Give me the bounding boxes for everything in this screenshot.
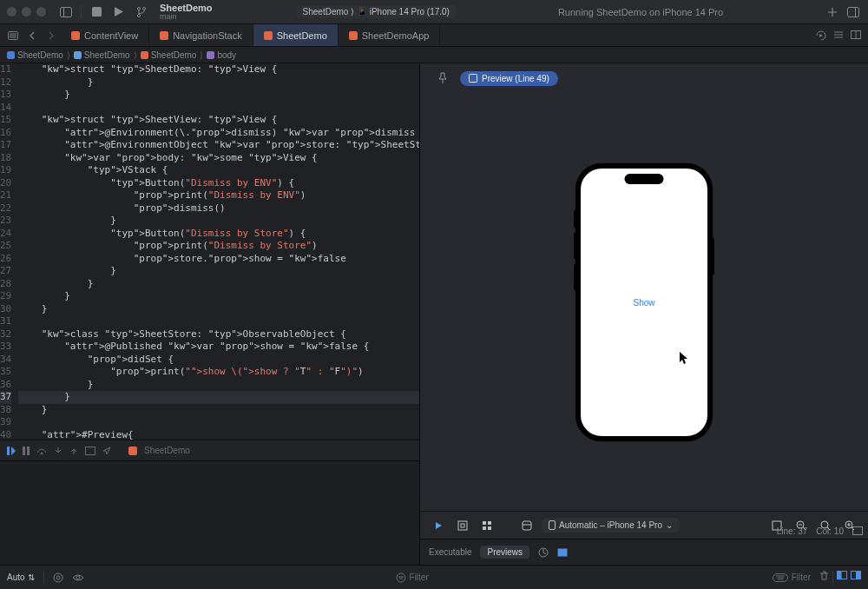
breadcrumb-symbol[interactable]: body: [207, 50, 236, 60]
preview-debug-bar: Executable Previews: [420, 539, 868, 565]
svg-rect-19: [27, 447, 30, 455]
adjust-editor-icon[interactable]: [833, 30, 844, 41]
code-text[interactable]: "kw">struct "typ">SheetDemo: "typ">View …: [16, 63, 419, 440]
tab-sheetdemoapp[interactable]: SheetDemoApp: [339, 24, 441, 46]
project-icon: [7, 51, 15, 59]
preview-console-icon[interactable]: [557, 548, 568, 557]
svg-point-3: [138, 7, 141, 10]
editor-running-icon[interactable]: [816, 30, 826, 41]
variants-icon[interactable]: [477, 516, 496, 535]
cursor-line: Line: 37: [777, 526, 808, 536]
svg-rect-6: [848, 7, 859, 17]
swift-file-icon: [71, 31, 80, 40]
code-area[interactable]: 1112131415161718192021222324252627282930…: [0, 63, 419, 440]
previews-tab[interactable]: Previews: [480, 546, 529, 559]
show-button[interactable]: Show: [633, 297, 654, 307]
scheme-selector[interactable]: SheetDemo main: [160, 3, 213, 21]
show-console-icon[interactable]: [851, 571, 861, 585]
svg-rect-2: [92, 7, 102, 17]
forward-icon[interactable]: [42, 26, 61, 45]
preview-provider-chip[interactable]: Preview (Line 49): [460, 71, 558, 86]
scheme-branch: main: [160, 13, 213, 21]
scheme-name: SheetDemo: [160, 3, 213, 13]
line-number-gutter[interactable]: 1112131415161718192021222324252627282930…: [0, 63, 16, 440]
swift-file-icon: [264, 31, 273, 40]
pin-preview-icon[interactable]: [432, 68, 453, 89]
svg-rect-58: [856, 571, 861, 579]
svg-rect-25: [461, 524, 464, 527]
svg-rect-0: [61, 7, 72, 17]
recent-files-icon[interactable]: [3, 26, 23, 45]
executable-tab[interactable]: Executable: [429, 547, 471, 557]
activity-status: Running SheetDemo on iPhone 14 Pro: [464, 7, 818, 17]
breadcrumb-folder[interactable]: SheetDemo: [74, 50, 130, 60]
debug-step-out-icon[interactable]: [69, 447, 78, 455]
swift-file-icon: [349, 31, 358, 40]
minimap-icon[interactable]: [852, 526, 863, 535]
auto-menu[interactable]: Auto ⇅: [7, 572, 35, 582]
svg-rect-27: [488, 521, 491, 525]
swift-file-icon: [160, 31, 168, 40]
tab-sheetdemo[interactable]: SheetDemo: [253, 24, 339, 46]
debug-step-over-icon[interactable]: [36, 447, 47, 455]
svg-rect-26: [483, 521, 486, 525]
console-area[interactable]: [0, 460, 419, 565]
back-icon[interactable]: [23, 26, 42, 45]
tab-navigationstack[interactable]: NavigationStack: [149, 24, 253, 46]
debug-target-label[interactable]: SheetDemo: [144, 446, 190, 455]
trash-icon[interactable]: [819, 571, 829, 585]
chevron-down-icon: ⌄: [666, 520, 673, 530]
add-icon[interactable]: [825, 4, 840, 20]
svg-point-47: [76, 576, 80, 579]
library-icon[interactable]: [845, 4, 861, 20]
add-editor-icon[interactable]: [851, 30, 861, 41]
preview-canvas-pane: Preview (Line 49) Show Automatic – iPhon…: [420, 63, 868, 565]
eye-icon[interactable]: [72, 573, 84, 582]
tab-contentview[interactable]: ContentView: [61, 24, 149, 46]
chevron-updown-icon: ⇅: [28, 572, 35, 582]
svg-rect-32: [549, 521, 556, 530]
folder-icon: [74, 51, 82, 59]
debug-step-in-icon[interactable]: [54, 447, 62, 455]
tab-label: SheetDemoApp: [362, 30, 430, 41]
device-settings-icon[interactable]: [517, 516, 536, 535]
selectable-preview-icon[interactable]: [453, 516, 472, 535]
filter-icon: [396, 572, 406, 583]
mouse-cursor-icon: [680, 352, 689, 365]
preview-metrics-icon[interactable]: [538, 547, 549, 558]
sidebar-toggle-icon[interactable]: [58, 4, 74, 20]
titlebar: SheetDemo main SheetDemo ⟩ 📱 iPhone 14 P…: [0, 0, 868, 24]
show-variables-icon[interactable]: [837, 571, 847, 585]
debug-pause-icon[interactable]: [23, 447, 30, 455]
source-editor: 1112131415161718192021222324252627282930…: [0, 63, 420, 565]
breadcrumb-project[interactable]: SheetDemo: [7, 50, 63, 60]
variables-filter[interactable]: Filter: [396, 572, 429, 583]
preview-canvas[interactable]: Show: [420, 93, 868, 511]
debug-view-icon[interactable]: [85, 447, 95, 455]
svg-point-48: [397, 573, 405, 582]
svg-point-45: [54, 573, 62, 582]
tab-bar: ContentView NavigationStack SheetDemo Sh…: [0, 24, 868, 47]
branch-icon[interactable]: [134, 4, 149, 20]
minimize-dot[interactable]: [22, 7, 31, 17]
svg-rect-22: [853, 527, 863, 535]
svg-rect-29: [488, 526, 491, 530]
debug-continue-icon[interactable]: [7, 447, 16, 455]
tab-label: ContentView: [84, 30, 138, 41]
live-preview-icon[interactable]: [429, 516, 448, 535]
zoom-dot[interactable]: [36, 7, 46, 17]
svg-point-4: [143, 7, 146, 10]
console-filter[interactable]: Filter: [773, 572, 811, 582]
run-destination[interactable]: SheetDemo ⟩ 📱 iPhone 14 Pro (17.0): [296, 5, 457, 18]
debug-location-icon[interactable]: [102, 447, 111, 455]
close-dot[interactable]: [7, 7, 16, 17]
preview-chip-label: Preview (Line 49): [482, 74, 549, 83]
tab-label: NavigationStack: [173, 30, 242, 41]
preview-device-selector[interactable]: Automatic – iPhone 14 Pro ⌄: [542, 518, 680, 533]
scope-icon[interactable]: [53, 572, 63, 583]
stop-button-icon[interactable]: [89, 4, 104, 20]
breadcrumb-file[interactable]: SheetDemo: [141, 50, 197, 60]
debug-bar: SheetDemo: [0, 440, 419, 460]
svg-rect-24: [458, 521, 467, 530]
run-button-icon[interactable]: [111, 4, 127, 20]
